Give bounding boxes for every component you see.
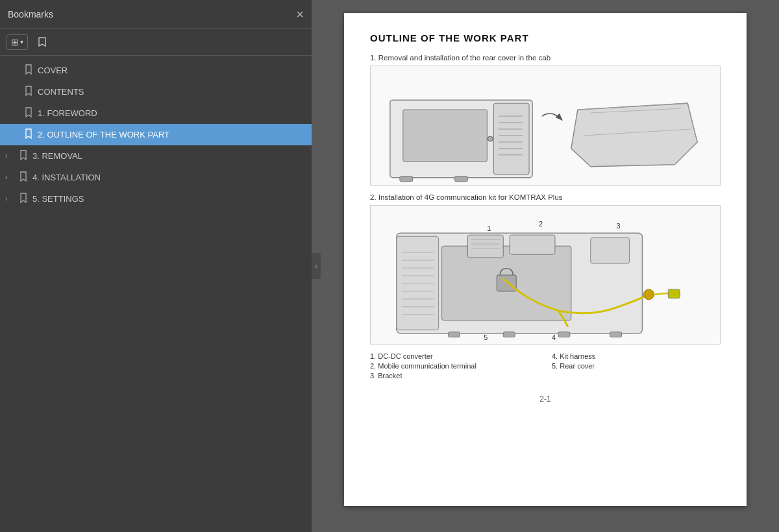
sidebar-item-contents[interactable]: CONTENTS [0,81,312,103]
tag-icon [36,36,49,49]
svg-point-31 [643,289,654,299]
figure1-svg [371,67,720,184]
sidebar-item-label: 3. REMOVAL [32,151,82,161]
main-content: OUTLINE OF THE WORK PART 1. Removal and … [312,0,779,532]
svg-rect-35 [503,332,515,337]
sidebar-item-label: COVER [38,66,68,75]
bookmark-icon [19,150,27,162]
svg-rect-36 [558,332,570,337]
svg-rect-38 [397,236,439,330]
sidebar-item-cover[interactable]: COVER [0,60,312,81]
svg-text:1: 1 [487,224,491,232]
legend-col2: 4. Kit harness5. Rear cover [552,352,721,381]
sidebar-title: Bookmarks [8,9,53,19]
chevron-icon: › [5,152,14,160]
figure1-box [370,66,721,186]
legend-col1: 1. DC-DC converter2. Mobile communicatio… [370,352,539,381]
bookmark-icon [19,193,27,205]
sidebar-item-label: 2. OUTLINE OF THE WORK PART [38,130,169,139]
sidebar-item-foreword[interactable]: 1. FOREWORD [0,103,312,124]
sidebar: Bookmarks × ⊞ ▾ COVER CONTENTS 1. FOREWO… [0,0,312,532]
dropdown-arrow-icon: ▾ [20,38,23,45]
page-heading: OUTLINE OF THE WORK PART [370,32,721,43]
svg-text:5: 5 [484,333,488,341]
legend-item: 5. Rear cover [552,362,721,370]
svg-text:3: 3 [617,222,621,230]
svg-rect-1 [403,110,488,162]
figure1-label: 1. Removal and installation of the rear … [370,54,721,62]
bookmark-icon [25,128,32,141]
svg-rect-19 [497,275,516,291]
svg-rect-2 [493,103,529,175]
tag-bookmark-button[interactable] [33,33,51,51]
svg-rect-10 [400,176,413,181]
legend-item: 1. DC-DC converter [370,352,539,360]
svg-text:4: 4 [552,333,556,341]
svg-line-32 [654,293,668,294]
bookmark-list: COVER CONTENTS 1. FOREWORD 2. OUTLINE OF… [0,56,312,532]
svg-rect-30 [591,237,630,263]
sidebar-item-label: 1. FOREWORD [38,108,97,118]
page-number: 2-1 [370,394,721,404]
figure2-svg: 1 2 3 5 4 [371,207,720,343]
bookmark-icon [25,86,32,98]
sidebar-item-removal[interactable]: › 3. REMOVAL [0,145,312,167]
svg-rect-25 [467,235,503,258]
sidebar-item-outline[interactable]: 2. OUTLINE OF THE WORK PART [0,124,312,145]
sidebar-item-installation[interactable]: › 4. INSTALLATION [0,167,312,188]
bookmark-icon [25,107,32,119]
chevron-icon: › [5,174,14,181]
close-button[interactable]: × [296,8,304,21]
legend-area: 1. DC-DC converter2. Mobile communicatio… [370,352,721,381]
grid-icon: ⊞ [11,37,19,47]
svg-rect-11 [455,176,468,181]
svg-text:2: 2 [539,220,543,228]
svg-point-12 [488,136,493,141]
sidebar-item-label: CONTENTS [38,87,84,97]
svg-rect-37 [610,332,622,337]
legend-item: 2. Mobile communication terminal [370,362,539,370]
legend-item: 3. Bracket [370,372,539,380]
bookmark-icon [19,171,27,184]
sidebar-item-settings[interactable]: › 5. SETTINGS [0,188,312,210]
bookmark-icon [25,64,32,77]
figure2-label: 2. Installation of 4G communication kit … [370,193,721,201]
sidebar-toolbar: ⊞ ▾ [0,29,312,56]
expand-view-button[interactable]: ⊞ ▾ [6,34,28,50]
figure2-box: 1 2 3 5 4 [370,205,721,345]
svg-rect-34 [449,332,460,337]
chevron-icon: › [5,195,14,202]
svg-rect-29 [510,235,555,254]
sidebar-header: Bookmarks × [0,0,312,29]
document-page: OUTLINE OF THE WORK PART 1. Removal and … [344,13,747,506]
sidebar-item-label: 4. INSTALLATION [32,173,101,182]
legend-item: 4. Kit harness [552,352,721,360]
svg-rect-33 [668,289,680,298]
collapse-panel-button[interactable]: ‹ [312,253,321,279]
sidebar-item-label: 5. SETTINGS [32,194,84,204]
